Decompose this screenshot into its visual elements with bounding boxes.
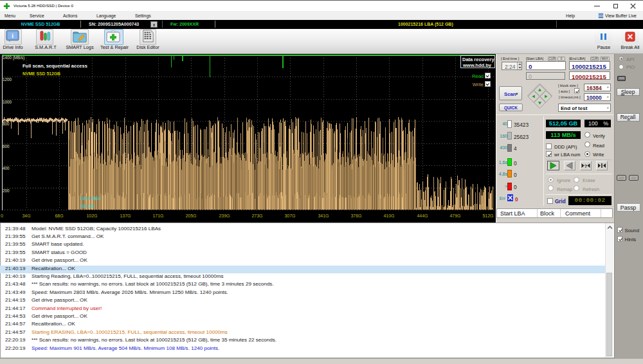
svg-text:400: 400 [3, 166, 10, 170]
svg-text:273G: 273G [251, 214, 262, 218]
svg-text:410G: 410G [383, 214, 394, 218]
svg-text:0: 0 [1, 214, 3, 218]
svg-text:205G: 205G [185, 214, 196, 218]
svg-text:34G: 34G [22, 214, 30, 218]
svg-text:171G: 171G [152, 214, 163, 218]
svg-text:Write: Write [473, 82, 484, 87]
svg-text:?: ? [584, 163, 588, 168]
svg-text:444G: 444G [417, 214, 428, 218]
svg-text:479G: 479G [449, 214, 460, 218]
svg-text:512G: 512G [482, 214, 493, 218]
svg-text:200: 200 [3, 188, 10, 193]
svg-text:341G: 341G [318, 214, 329, 218]
svg-text:68G: 68G [55, 214, 63, 218]
svg-text:137G: 137G [120, 214, 131, 218]
svg-text:102G: 102G [86, 214, 97, 218]
svg-text:360 GB: 360 GB [80, 204, 94, 208]
svg-text:Full scan, sequential access: Full scan, sequential access [23, 63, 87, 69]
svg-text:800: 800 [3, 122, 10, 126]
svg-text:1200: 1200 [3, 77, 12, 82]
svg-text:www.hdd.by: www.hdd.by [462, 62, 492, 68]
svg-text:1000: 1000 [3, 100, 12, 104]
svg-text:Data recovery: Data recovery [462, 57, 494, 62]
svg-text:376G: 376G [350, 214, 361, 218]
svg-text:189,4 MB/s: 189,4 MB/s [80, 196, 102, 201]
svg-text:i: i [12, 32, 14, 39]
svg-text:Read: Read [472, 73, 484, 79]
svg-text:1400 (MB/s): 1400 (MB/s) [3, 55, 24, 60]
svg-text:307G: 307G [284, 214, 295, 218]
svg-text:NVME SSD 512GB: NVME SSD 512GB [23, 71, 60, 76]
svg-text:600: 600 [3, 144, 10, 149]
svg-text:239G: 239G [219, 214, 230, 218]
